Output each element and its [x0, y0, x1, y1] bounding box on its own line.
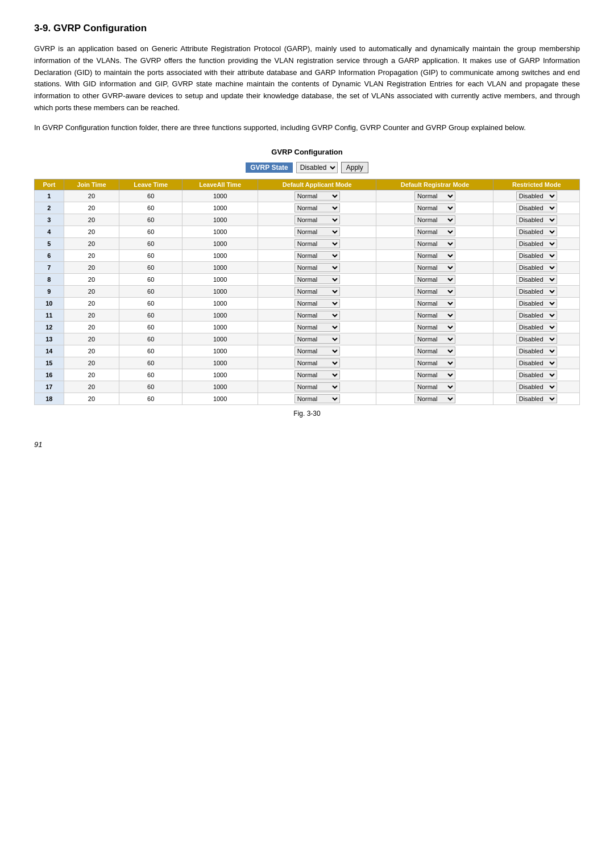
restricted-mode-cell[interactable]: DisabledEnabled — [493, 285, 580, 297]
applicant-mode-cell[interactable]: NormalNon-participant — [258, 321, 376, 333]
registrar-mode-select[interactable]: NormalFixedForbidden — [414, 370, 455, 379]
restricted-mode-select[interactable]: DisabledEnabled — [516, 203, 557, 212]
registrar-mode-select[interactable]: NormalFixedForbidden — [414, 215, 455, 224]
restricted-mode-select[interactable]: DisabledEnabled — [516, 394, 557, 403]
registrar-mode-cell[interactable]: NormalFixedForbidden — [376, 393, 493, 404]
applicant-mode-cell[interactable]: NormalNon-participant — [258, 214, 376, 226]
registrar-mode-select[interactable]: NormalFixedForbidden — [414, 251, 455, 260]
registrar-mode-select[interactable]: NormalFixedForbidden — [414, 263, 455, 272]
registrar-mode-select[interactable]: NormalFixedForbidden — [414, 275, 455, 284]
applicant-mode-select[interactable]: NormalNon-participant — [294, 215, 340, 224]
applicant-mode-select[interactable]: NormalNon-participant — [294, 191, 340, 201]
restricted-mode-select[interactable]: DisabledEnabled — [516, 251, 557, 260]
applicant-mode-select[interactable]: NormalNon-participant — [294, 203, 340, 212]
registrar-mode-select[interactable]: NormalFixedForbidden — [414, 299, 455, 308]
applicant-mode-cell[interactable]: NormalNon-participant — [258, 309, 376, 321]
registrar-mode-cell[interactable]: NormalFixedForbidden — [376, 369, 493, 381]
restricted-mode-select[interactable]: DisabledEnabled — [516, 382, 557, 391]
applicant-mode-select[interactable]: NormalNon-participant — [294, 370, 340, 379]
applicant-mode-cell[interactable]: NormalNon-participant — [258, 249, 376, 261]
restricted-mode-select[interactable]: DisabledEnabled — [516, 239, 557, 248]
applicant-mode-select[interactable]: NormalNon-participant — [294, 239, 340, 248]
applicant-mode-cell[interactable]: NormalNon-participant — [258, 237, 376, 249]
restricted-mode-select[interactable]: DisabledEnabled — [516, 299, 557, 308]
restricted-mode-cell[interactable]: DisabledEnabled — [493, 297, 580, 309]
applicant-mode-cell[interactable]: NormalNon-participant — [258, 285, 376, 297]
applicant-mode-select[interactable]: NormalNon-participant — [294, 263, 340, 272]
restricted-mode-select[interactable]: DisabledEnabled — [516, 311, 557, 320]
restricted-mode-cell[interactable]: DisabledEnabled — [493, 202, 580, 214]
registrar-mode-cell[interactable]: NormalFixedForbidden — [376, 237, 493, 249]
applicant-mode-select[interactable]: NormalNon-participant — [294, 358, 340, 368]
registrar-mode-cell[interactable]: NormalFixedForbidden — [376, 321, 493, 333]
applicant-mode-cell[interactable]: NormalNon-participant — [258, 273, 376, 285]
registrar-mode-select[interactable]: NormalFixedForbidden — [414, 287, 455, 296]
restricted-mode-select[interactable]: DisabledEnabled — [516, 347, 557, 356]
registrar-mode-cell[interactable]: NormalFixedForbidden — [376, 202, 493, 214]
registrar-mode-cell[interactable]: NormalFixedForbidden — [376, 190, 493, 202]
applicant-mode-select[interactable]: NormalNon-participant — [294, 347, 340, 356]
restricted-mode-cell[interactable]: DisabledEnabled — [493, 345, 580, 357]
applicant-mode-cell[interactable]: NormalNon-participant — [258, 381, 376, 393]
registrar-mode-cell[interactable]: NormalFixedForbidden — [376, 345, 493, 357]
registrar-mode-cell[interactable]: NormalFixedForbidden — [376, 249, 493, 261]
restricted-mode-cell[interactable]: DisabledEnabled — [493, 369, 580, 381]
applicant-mode-select[interactable]: NormalNon-participant — [294, 394, 340, 403]
restricted-mode-select[interactable]: DisabledEnabled — [516, 263, 557, 272]
registrar-mode-cell[interactable]: NormalFixedForbidden — [376, 357, 493, 369]
registrar-mode-select[interactable]: NormalFixedForbidden — [414, 227, 455, 236]
applicant-mode-select[interactable]: NormalNon-participant — [294, 299, 340, 308]
restricted-mode-cell[interactable]: DisabledEnabled — [493, 333, 580, 345]
registrar-mode-cell[interactable]: NormalFixedForbidden — [376, 381, 493, 393]
restricted-mode-select[interactable]: DisabledEnabled — [516, 358, 557, 368]
gvrp-state-select[interactable]: Disabled Enabled — [296, 162, 338, 173]
restricted-mode-cell[interactable]: DisabledEnabled — [493, 321, 580, 333]
restricted-mode-cell[interactable]: DisabledEnabled — [493, 249, 580, 261]
applicant-mode-cell[interactable]: NormalNon-participant — [258, 333, 376, 345]
registrar-mode-select[interactable]: NormalFixedForbidden — [414, 311, 455, 320]
restricted-mode-select[interactable]: DisabledEnabled — [516, 227, 557, 236]
registrar-mode-select[interactable]: NormalFixedForbidden — [414, 394, 455, 403]
applicant-mode-cell[interactable]: NormalNon-participant — [258, 345, 376, 357]
restricted-mode-select[interactable]: DisabledEnabled — [516, 335, 557, 344]
restricted-mode-select[interactable]: DisabledEnabled — [516, 370, 557, 379]
restricted-mode-select[interactable]: DisabledEnabled — [516, 275, 557, 284]
registrar-mode-select[interactable]: NormalFixedForbidden — [414, 191, 455, 201]
applicant-mode-select[interactable]: NormalNon-participant — [294, 251, 340, 260]
applicant-mode-select[interactable]: NormalNon-participant — [294, 335, 340, 344]
registrar-mode-select[interactable]: NormalFixedForbidden — [414, 382, 455, 391]
applicant-mode-cell[interactable]: NormalNon-participant — [258, 261, 376, 273]
restricted-mode-cell[interactable]: DisabledEnabled — [493, 214, 580, 226]
restricted-mode-cell[interactable]: DisabledEnabled — [493, 190, 580, 202]
restricted-mode-cell[interactable]: DisabledEnabled — [493, 381, 580, 393]
registrar-mode-cell[interactable]: NormalFixedForbidden — [376, 261, 493, 273]
registrar-mode-select[interactable]: NormalFixedForbidden — [414, 203, 455, 212]
restricted-mode-select[interactable]: DisabledEnabled — [516, 191, 557, 201]
restricted-mode-cell[interactable]: DisabledEnabled — [493, 393, 580, 404]
restricted-mode-cell[interactable]: DisabledEnabled — [493, 273, 580, 285]
restricted-mode-cell[interactable]: DisabledEnabled — [493, 261, 580, 273]
registrar-mode-cell[interactable]: NormalFixedForbidden — [376, 273, 493, 285]
registrar-mode-select[interactable]: NormalFixedForbidden — [414, 358, 455, 368]
restricted-mode-cell[interactable]: DisabledEnabled — [493, 226, 580, 237]
restricted-mode-select[interactable]: DisabledEnabled — [516, 323, 557, 332]
restricted-mode-cell[interactable]: DisabledEnabled — [493, 309, 580, 321]
applicant-mode-select[interactable]: NormalNon-participant — [294, 227, 340, 236]
applicant-mode-select[interactable]: NormalNon-participant — [294, 311, 340, 320]
applicant-mode-select[interactable]: NormalNon-participant — [294, 275, 340, 284]
applicant-mode-select[interactable]: NormalNon-participant — [294, 382, 340, 391]
registrar-mode-select[interactable]: NormalFixedForbidden — [414, 347, 455, 356]
applicant-mode-select[interactable]: NormalNon-participant — [294, 287, 340, 296]
restricted-mode-select[interactable]: DisabledEnabled — [516, 215, 557, 224]
registrar-mode-cell[interactable]: NormalFixedForbidden — [376, 333, 493, 345]
registrar-mode-cell[interactable]: NormalFixedForbidden — [376, 226, 493, 237]
registrar-mode-cell[interactable]: NormalFixedForbidden — [376, 285, 493, 297]
registrar-mode-select[interactable]: NormalFixedForbidden — [414, 239, 455, 248]
applicant-mode-cell[interactable]: NormalNon-participant — [258, 369, 376, 381]
apply-button[interactable]: Apply — [341, 162, 368, 173]
applicant-mode-cell[interactable]: NormalNon-participant — [258, 297, 376, 309]
applicant-mode-cell[interactable]: NormalNon-participant — [258, 393, 376, 404]
applicant-mode-cell[interactable]: NormalNon-participant — [258, 226, 376, 237]
applicant-mode-select[interactable]: NormalNon-participant — [294, 323, 340, 332]
registrar-mode-select[interactable]: NormalFixedForbidden — [414, 335, 455, 344]
